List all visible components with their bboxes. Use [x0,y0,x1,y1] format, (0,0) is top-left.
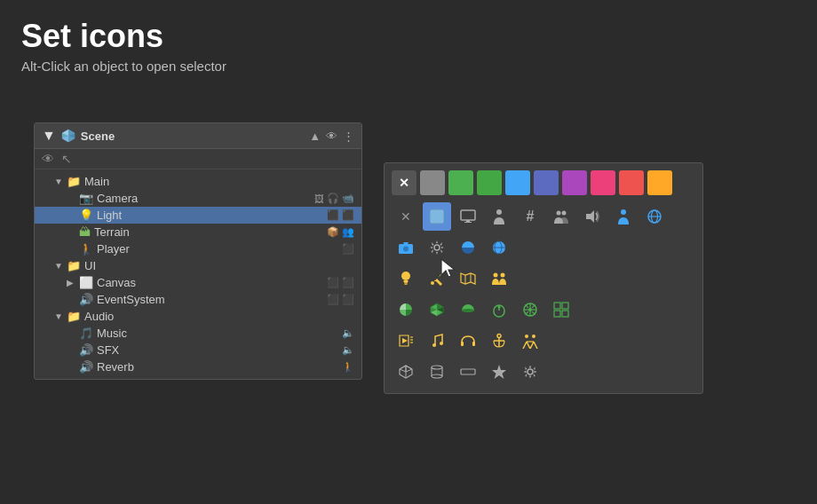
tree-label-reverb: Reverb [97,360,342,374]
eye-toolbar-icon[interactable]: 👁 [42,152,54,166]
color-swatch-indigo[interactable] [534,170,559,195]
icon-cell-music-note[interactable] [423,327,451,355]
eye-icon[interactable]: 👁 [326,130,337,143]
icon-cell-bulb[interactable] [392,264,420,293]
svg-point-79 [432,366,442,369]
color-swatch-blue[interactable] [505,170,530,195]
tree-label-music: Music [97,327,342,340]
icon-cell-box[interactable] [423,295,451,324]
icon-cell-monitor[interactable] [454,202,482,231]
close-button[interactable]: ✕ [392,170,416,195]
hash-symbol: # [527,209,535,224]
camera-right-icons: 🖼 🎧 📹 [314,193,354,204]
globe-icon [646,209,662,224]
color-swatch-orange[interactable] [647,170,672,195]
music-right-icon1: 🔈 [342,327,354,339]
selected-icon [429,209,445,224]
music-note-icon [430,333,444,349]
person-icon [492,209,506,224]
menu-icon[interactable]: ⋮ [343,130,354,143]
sphere-icon [491,240,507,256]
svg-rect-30 [405,284,408,286]
icon-cell-empty20 [609,327,638,355]
tree-item-eventsystem[interactable]: 🔊 EventSystem ⬛ ⬛ [35,291,361,308]
canvas-right-icons: ⬛ ⬛ [327,277,354,288]
grid-icon [553,302,569,318]
camera-right-icon2: 🎧 [327,193,339,204]
icon-cell-hash[interactable]: # [516,202,544,231]
tree-item-ui[interactable]: ▼ 📁 UI [35,257,361,274]
tree-item-canvas[interactable]: ▶ ⬜ Canvas ⬛ ⬛ [35,274,361,291]
tree-item-light[interactable]: 💡 Light ⬛ ⬛ [35,207,361,224]
color-swatch-gray[interactable] [420,170,445,195]
icon-cell-speaker[interactable] [578,202,607,231]
tree-item-terrain[interactable]: 🏔 Terrain 📦 👥 [35,224,361,240]
icon-cell-empty22 [671,327,700,355]
icon-cell-person[interactable] [485,202,513,231]
folder-icon: 📁 [67,175,81,188]
svg-point-80 [432,374,442,378]
cursor-toolbar-icon[interactable]: ↖ [61,152,72,166]
person3-icon [616,209,631,224]
icon-cell-empty9 [547,264,575,293]
icon-cell-half-sphere[interactable] [454,295,482,324]
icon-cell-person3[interactable] [609,202,638,231]
cylinder-icon [430,364,444,380]
icon-cell-mouse[interactable] [485,295,513,324]
tree-item-audio[interactable]: ▼ 📁 Audio [35,308,361,325]
svg-marker-76 [400,366,406,372]
terrain-right-icon2: 👥 [342,226,354,238]
icon-cell-persons[interactable] [547,202,575,231]
icon-cell-people[interactable] [485,264,513,293]
icon-cell-pie[interactable] [392,295,420,324]
icon-cell-selected[interactable] [423,202,451,231]
color-swatch-purple[interactable] [562,170,587,195]
terrain-icon: 🏔 [79,225,91,239]
scene-panel-header: ▼ Scene ▲ 👁 ⋮ [35,123,361,149]
icon-cell-tool[interactable] [423,264,451,293]
icon-cell-settings[interactable] [423,233,451,262]
tree-item-reverb[interactable]: 🔊 Reverb 🚶 [35,358,361,375]
tree-item-music[interactable]: 🎵 Music 🔈 [35,325,361,342]
icon-cell-plane[interactable] [454,358,482,386]
color-swatch-red[interactable] [619,170,644,195]
sfx-right-icons: 🔈 [342,344,354,356]
icon-cell-gear[interactable] [516,358,544,386]
icon-cell-halfcircle[interactable] [454,233,482,262]
icon-cell-grid[interactable] [547,295,575,324]
color-swatch-pink[interactable] [591,170,615,195]
icon-cell-cylinder[interactable] [423,358,451,386]
tree-item-player[interactable]: 🚶 Player ⬛ [35,240,361,257]
icon-cell-audio-play[interactable] [392,327,420,355]
tree-item-main[interactable]: ▼ 📁 Main [35,173,361,190]
icon-cell-map[interactable] [454,264,482,293]
svg-point-36 [501,273,505,278]
icon-cell-clear-1[interactable]: ✕ [392,202,420,231]
sfx-right-icon1: 🔈 [342,344,354,356]
star-icon [491,364,507,380]
icon-cell-figure[interactable] [516,327,544,355]
tree-label-camera: Camera [97,192,314,205]
icon-cell-wheel[interactable] [516,295,544,324]
scene-panel: ▼ Scene ▲ 👁 ⋮ 👁 ↖ ▼ [34,122,362,380]
color-swatch-teal[interactable] [477,170,502,195]
svg-point-21 [403,246,408,251]
svg-point-12 [496,209,502,215]
up-arrow-icon[interactable]: ▲ [309,130,321,143]
icon-cell-cube[interactable] [392,358,420,386]
icon-cell-globe[interactable] [640,202,669,231]
color-swatch-green[interactable] [448,170,473,195]
icon-cell-anchor[interactable] [485,327,513,355]
icon-cell-star[interactable] [485,358,513,386]
tree-item-sfx[interactable]: 🔊 SFX 🔈 [35,342,361,358]
icon-cell-headphone[interactable] [454,327,482,355]
svg-point-23 [434,245,440,250]
icon-cell-camera[interactable] [392,233,420,262]
icon-cell-sphere[interactable] [485,233,513,262]
light-right-icons: ⬛ ⬛ [327,209,354,221]
music-icon: 🎵 [79,327,93,340]
svg-point-47 [528,308,532,311]
half-sphere-icon [460,302,476,318]
tree-item-camera[interactable]: 📷 Camera 🖼 🎧 📹 [35,190,361,207]
audio-play-icon [398,334,414,348]
